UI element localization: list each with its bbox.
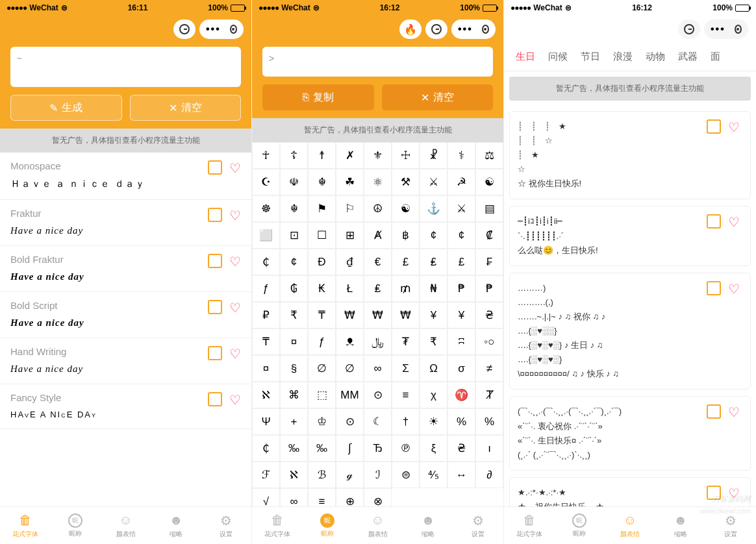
symbol-cell[interactable]: ⌘ (280, 382, 308, 408)
symbol-cell[interactable]: ≠ (475, 355, 503, 382)
symbol-cell[interactable]: ¢ (420, 222, 447, 249)
nav-nickname[interactable]: 昵昵称 (555, 507, 605, 544)
symbol-cell[interactable]: ▤ (475, 195, 503, 222)
symbol-cell[interactable]: ☦ (280, 142, 308, 169)
symbol-cell[interactable]: ☫ (280, 169, 308, 195)
symbol-cell[interactable]: ₱ (447, 275, 475, 302)
symbol-cell[interactable]: ₵ (252, 249, 280, 275)
capsule-menu[interactable]: ••• (199, 19, 244, 39)
symbol-cell[interactable]: ⊙ (336, 408, 364, 435)
symbol-cell[interactable]: ₣ (475, 249, 503, 275)
symbol-cell[interactable]: ☐ (308, 222, 336, 249)
symbol-cell[interactable]: ₤ (420, 249, 447, 275)
symbol-cell[interactable]: ⁴⁄₅ (420, 462, 447, 488)
symbol-cell[interactable]: ∅ (336, 355, 364, 382)
symbol-cell[interactable]: ₸ (308, 302, 336, 328)
symbol-cell[interactable]: ⬜ (252, 222, 280, 249)
symbol-cell[interactable]: χ (420, 382, 447, 408)
symbol-cell[interactable]: ₤ (364, 275, 392, 302)
history-button[interactable] (678, 19, 700, 39)
copy-icon[interactable] (709, 121, 720, 133)
emoji-card[interactable]: ♡(¯`·.¸¸.·(¯`·.¸¸.·(¯`·.¸¸.·´¯)¸.·´¯) «´… (509, 396, 751, 470)
font-card[interactable]: ♡ Fancy Style HAvE A NIcE DAy (0, 384, 251, 429)
symbol-cell[interactable]: ⚓ (420, 195, 447, 222)
heart-icon[interactable]: ♡ (229, 160, 241, 176)
font-card[interactable]: ♡ Bold Script Have a nice day (0, 292, 251, 338)
tab-festival[interactable]: 节日 (574, 43, 607, 71)
symbol-cell[interactable]: ℵ (280, 462, 308, 488)
tab-weapon[interactable]: 武器 (672, 43, 704, 71)
copy-icon[interactable] (709, 406, 720, 418)
symbol-cell[interactable]: ∞ (364, 355, 392, 382)
symbol-cell[interactable]: σ (447, 355, 475, 382)
emoji-card[interactable]: ♡………) ……….(,) …….~.|.|~ ♪ ♫ 祝你 ♫ ♪ ….{░♥… (509, 273, 751, 390)
copy-icon[interactable] (210, 302, 221, 314)
tab-greeting[interactable]: 问候 (542, 43, 574, 71)
symbol-cell[interactable]: ₩ (336, 302, 364, 328)
copy-icon[interactable] (210, 210, 221, 221)
symbol-cell[interactable]: € (364, 249, 392, 275)
font-card[interactable]: ♡ Hand Writing Have a nice day (0, 338, 251, 384)
symbol-cell[interactable]: + (280, 408, 308, 435)
tab-birthday[interactable]: 生日 (509, 43, 542, 71)
category-tabs[interactable]: 生日 问候 节日 浪漫 动物 武器 面 (504, 43, 756, 71)
copy-icon[interactable] (709, 283, 720, 295)
symbol-cell[interactable]: ₦ (420, 275, 447, 302)
symbol-cell[interactable]: ☩ (392, 142, 420, 169)
symbol-cell[interactable]: Ⱦ (475, 382, 503, 408)
symbol-cell[interactable]: ∞ (280, 488, 308, 506)
symbol-cell[interactable]: ☬ (280, 195, 308, 222)
copy-icon[interactable] (210, 256, 221, 267)
nav-short[interactable]: ☻缩略 (655, 507, 706, 544)
nav-nickname[interactable]: 昵昵称 (302, 507, 352, 544)
symbol-cell[interactable]: √ (252, 488, 280, 506)
text-input[interactable]: ~ (10, 47, 241, 87)
symbol-cell[interactable]: Σ (392, 355, 420, 382)
generate-button[interactable]: ✎生成 (10, 95, 122, 121)
symbol-cell[interactable]: § (280, 355, 308, 382)
nav-nickname[interactable]: 昵昵称 (50, 507, 100, 544)
symbol-cell[interactable]: Ђ (364, 435, 392, 462)
symbol-cell[interactable]: ⚐ (336, 195, 364, 222)
heart-icon[interactable]: ♡ (728, 119, 740, 135)
history-button[interactable] (173, 19, 195, 39)
copy-button[interactable]: ⎘复制 (262, 84, 374, 110)
symbol-cell[interactable]: ⚑ (308, 195, 336, 222)
symbol-cell[interactable]: ≡ (308, 488, 336, 506)
symbol-cell[interactable]: Đ (308, 249, 336, 275)
symbol-cell[interactable]: ₫ (336, 249, 364, 275)
nav-short[interactable]: ☻缩略 (151, 507, 201, 544)
tab-romance[interactable]: 浪漫 (607, 43, 639, 71)
symbol-cell[interactable]: Ψ (252, 408, 280, 435)
text-input[interactable]: > (262, 47, 493, 77)
emoji-card[interactable]: ♡┉┋iｺ┋i┋i┋ii┉ `·.┋┋┋┋┋┋.·´ 么么哒😊，生日快乐! (509, 206, 751, 266)
symbol-cell[interactable]: ¥ (420, 302, 447, 328)
font-card[interactable]: ♡ Monospace Ｈａｖｅ ａ ｎｉｃｅ ｄａｙ (0, 153, 251, 200)
symbol-cell[interactable]: £ (447, 249, 475, 275)
symbol-cell[interactable]: ☭ (447, 169, 475, 195)
emoji-list[interactable]: ♡┊ ┊ ┊ ★ ┊ ┊ ☆ ┊ ★ ☆ ☆ 祝你生日快乐!♡┉┋iｺ┋i┋i┋… (504, 106, 756, 506)
symbol-cell[interactable]: ı (475, 435, 503, 462)
symbol-cell[interactable]: ⊜ (392, 462, 420, 488)
font-list[interactable]: ♡ Monospace Ｈａｖｅ ａ ｎｉｃｅ ｄａｙ ♡ Fraktur Ha… (0, 153, 251, 506)
symbol-cell[interactable]: £ (392, 249, 420, 275)
symbol-cell[interactable]: ☧ (420, 142, 447, 169)
font-card[interactable]: ♡ Bold Fraktur Have a nice day (0, 246, 251, 292)
nav-fonts[interactable]: 🗑花式字体 (252, 507, 302, 544)
symbol-cell[interactable]: ¢ (280, 249, 308, 275)
symbol-cell[interactable]: ⚔ (420, 169, 447, 195)
nav-short[interactable]: ☻缩略 (403, 507, 453, 544)
tab-animal[interactable]: 动物 (639, 43, 672, 71)
symbol-cell[interactable]: Ł (336, 275, 364, 302)
symbol-cell[interactable]: ☸ (252, 195, 280, 222)
symbol-cell[interactable]: † (392, 408, 420, 435)
symbol-cell[interactable]: ⚕ (447, 142, 475, 169)
heart-icon[interactable]: ♡ (229, 392, 241, 408)
symbol-cell[interactable]: ☬ (308, 169, 336, 195)
nav-emoji[interactable]: ☺颜表情 (605, 507, 655, 544)
emoji-card[interactable]: ♡┊ ┊ ┊ ★ ┊ ┊ ☆ ┊ ★ ☆ ☆ 祝你生日快乐! (509, 111, 751, 199)
symbol-cell[interactable]: ∂ (475, 462, 503, 488)
symbol-cell[interactable]: ᴥ (336, 328, 364, 355)
symbol-cell[interactable]: ₲ (280, 275, 308, 302)
symbol-cell[interactable]: ₹ (420, 328, 447, 355)
